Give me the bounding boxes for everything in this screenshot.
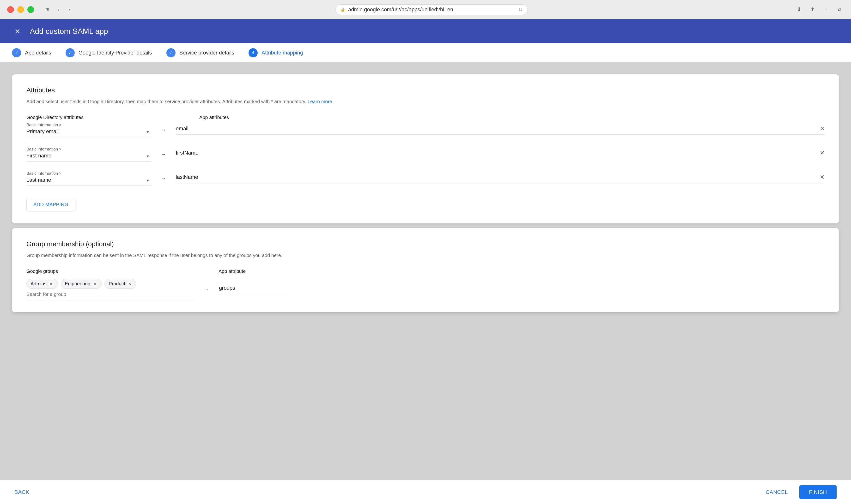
attr-category-2: Basic Information > bbox=[26, 171, 151, 176]
group-arrow-icon: → bbox=[204, 287, 209, 293]
arrow-icon-1: → bbox=[161, 151, 166, 158]
close-button[interactable]: ✕ bbox=[12, 26, 22, 36]
window-controls: ⊞ ‹ › bbox=[44, 6, 73, 13]
step-1-circle: ✓ bbox=[12, 48, 21, 57]
attributes-title: Attributes bbox=[26, 86, 825, 94]
step-4-label: Attribute mapping bbox=[262, 50, 303, 56]
back-button[interactable]: BACK bbox=[14, 489, 29, 496]
chip-label-admins: Admins bbox=[31, 281, 47, 287]
google-attr-lastname[interactable]: Basic Information > Last name ▾ bbox=[26, 171, 151, 186]
step-service-provider[interactable]: ✓ Service provider details bbox=[166, 48, 234, 57]
app-attr-value-0: email bbox=[176, 126, 189, 132]
gcol-google-header: Google groups bbox=[26, 269, 190, 274]
arrow-icon-0: → bbox=[161, 127, 166, 133]
chip-label-engineering: Engineering bbox=[65, 281, 90, 287]
step-3-label: Service provider details bbox=[179, 50, 234, 56]
step-app-details[interactable]: ✓ App details bbox=[12, 48, 51, 57]
download-icon[interactable]: ⬇ bbox=[795, 5, 803, 14]
attr-value-2: Last name bbox=[26, 177, 151, 183]
app-col-header: App attributes bbox=[199, 115, 229, 120]
attributes-card: Attributes Add and select user fields in… bbox=[12, 74, 839, 223]
app-attr-value-1: firstName bbox=[176, 150, 198, 156]
app-attr-field-firstname: firstName ✕ bbox=[176, 149, 825, 159]
titlebar: ⊞ ‹ › 🔒 admin.google.com/u/2/ac/apps/uni… bbox=[0, 0, 851, 19]
group-search-input[interactable] bbox=[26, 292, 87, 297]
remove-mapping-1[interactable]: ✕ bbox=[820, 149, 825, 156]
browser-nav-icons: ⬇ ⬆ ＋ ⧉ bbox=[795, 5, 844, 14]
group-row: Admins ✕ Engineering ✕ Product ✕ → group… bbox=[26, 279, 825, 300]
add-mapping-button[interactable]: ADD MAPPING bbox=[26, 198, 75, 212]
group-app-value: groups bbox=[219, 285, 291, 294]
group-membership-card: Group membership (optional) Group member… bbox=[12, 228, 839, 312]
nav-back-button[interactable]: ‹ bbox=[55, 6, 62, 13]
remove-mapping-0[interactable]: ✕ bbox=[820, 125, 825, 132]
traffic-lights bbox=[7, 6, 34, 13]
group-chip-admins: Admins ✕ bbox=[26, 279, 58, 289]
extensions-icon[interactable]: ⧉ bbox=[835, 5, 844, 14]
finish-button[interactable]: FINISH bbox=[799, 485, 837, 499]
group-chip-engineering: Engineering ✕ bbox=[61, 279, 102, 289]
app-attr-field-email: email ✕ bbox=[176, 125, 825, 134]
groups-input[interactable]: Admins ✕ Engineering ✕ Product ✕ bbox=[26, 279, 195, 300]
attr-value-0: Primary email bbox=[26, 128, 151, 134]
mapping-row-firstname: Basic Information > First name ▾ → first… bbox=[26, 147, 825, 162]
step-4-circle: 4 bbox=[249, 48, 258, 57]
step-2-circle: ✓ bbox=[66, 48, 75, 57]
app-attr-field-lastname: lastName ✕ bbox=[176, 174, 825, 183]
maximize-traffic-light[interactable] bbox=[28, 6, 34, 13]
app-attr-value-2: lastName bbox=[176, 174, 198, 180]
mapping-row-email: Basic Information > Primary email ▾ → em… bbox=[26, 123, 825, 137]
attr-category-0: Basic Information > bbox=[26, 123, 151, 127]
mapping-row-lastname: Basic Information > Last name ▾ → lastNa… bbox=[26, 171, 825, 186]
main-content: Attributes Add and select user fields in… bbox=[0, 62, 851, 504]
new-tab-icon[interactable]: ＋ bbox=[822, 5, 830, 14]
dropdown-arrow-1[interactable]: ▾ bbox=[147, 154, 149, 159]
nav-forward-button[interactable]: › bbox=[66, 6, 73, 13]
url-text: admin.google.com/u/2/ac/apps/unified?hl=… bbox=[348, 6, 516, 13]
step-3-circle: ✓ bbox=[166, 48, 176, 57]
learn-more-link[interactable]: Learn more bbox=[307, 99, 332, 104]
step-google-idp[interactable]: ✓ Google Identity Provider details bbox=[66, 48, 152, 57]
page-title: Add custom SAML app bbox=[30, 27, 108, 36]
chip-remove-admins[interactable]: ✕ bbox=[49, 281, 54, 287]
group-chip-product: Product ✕ bbox=[104, 279, 136, 289]
reload-icon[interactable]: ↻ bbox=[518, 7, 522, 13]
step-attribute-mapping[interactable]: 4 Attribute mapping bbox=[249, 48, 303, 57]
columns-header: Google Directory attributes App attribut… bbox=[26, 115, 825, 120]
step-1-label: App details bbox=[25, 50, 51, 56]
minimize-traffic-light[interactable] bbox=[17, 6, 24, 13]
share-icon[interactable]: ⬆ bbox=[808, 5, 817, 14]
right-buttons: CANCEL FINISH bbox=[759, 485, 837, 499]
dropdown-arrow-2[interactable]: ▾ bbox=[147, 178, 149, 183]
attr-value-1: First name bbox=[26, 152, 151, 159]
cancel-button[interactable]: CANCEL bbox=[759, 485, 795, 499]
group-title: Group membership (optional) bbox=[26, 240, 825, 248]
arrow-icon-2: → bbox=[161, 176, 166, 182]
google-attr-firstname[interactable]: Basic Information > First name ▾ bbox=[26, 147, 151, 162]
lock-icon: 🔒 bbox=[340, 7, 345, 12]
google-col-header: Google Directory attributes bbox=[26, 115, 151, 120]
group-columns-header: Google groups App attribute bbox=[26, 269, 825, 274]
chip-label-product: Product bbox=[108, 281, 125, 287]
gcol-app-header: App attribute bbox=[218, 269, 246, 274]
app-header: ✕ Add custom SAML app bbox=[0, 19, 851, 43]
google-attr-email[interactable]: Basic Information > Primary email ▾ bbox=[26, 123, 151, 137]
attributes-description: Add and select user fields in Google Dir… bbox=[26, 98, 825, 105]
step-2-label: Google Identity Provider details bbox=[78, 50, 152, 56]
remove-mapping-2[interactable]: ✕ bbox=[820, 174, 825, 180]
sidebar-toggle-button[interactable]: ⊞ bbox=[44, 6, 51, 13]
address-bar[interactable]: 🔒 admin.google.com/u/2/ac/apps/unified?h… bbox=[335, 4, 528, 15]
attr-category-1: Basic Information > bbox=[26, 147, 151, 152]
bottom-bar: BACK CANCEL FINISH bbox=[0, 480, 851, 504]
group-description: Group membership information can be sent… bbox=[26, 252, 825, 259]
chip-remove-engineering[interactable]: ✕ bbox=[92, 281, 97, 287]
chip-remove-product[interactable]: ✕ bbox=[127, 281, 132, 287]
close-traffic-light[interactable] bbox=[7, 6, 14, 13]
dropdown-arrow-0[interactable]: ▾ bbox=[147, 129, 149, 134]
step-bar: ✓ App details ✓ Google Identity Provider… bbox=[0, 43, 851, 62]
